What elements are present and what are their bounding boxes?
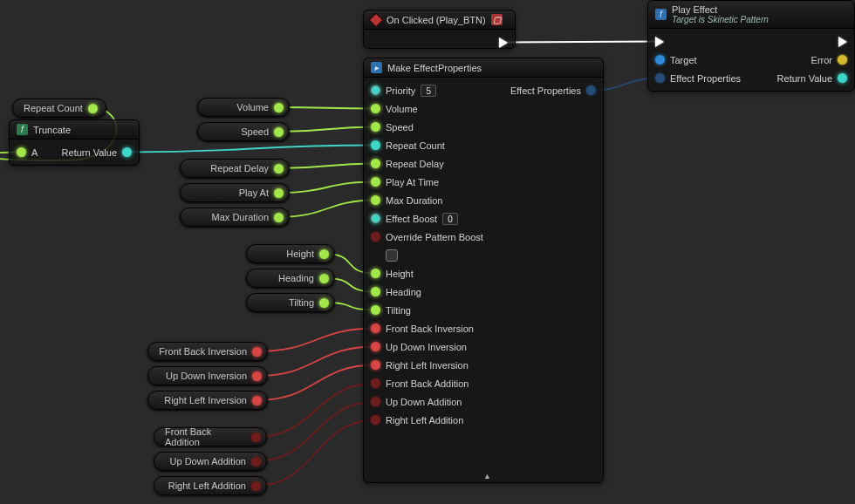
input-pin[interactable]: [371, 104, 380, 113]
output-pin[interactable]: [252, 396, 262, 405]
output-pin[interactable]: [586, 85, 596, 95]
collapse-icon[interactable]: ▲: [483, 472, 491, 480]
param-rlInv[interactable]: Right Left Inversion: [147, 391, 268, 410]
input-pin[interactable]: [17, 147, 26, 157]
input-pin[interactable]: [371, 305, 380, 315]
param-label: Front Back Addition: [165, 426, 246, 447]
output-pin[interactable]: [251, 481, 261, 491]
node-header[interactable]: fPlay EffectTarget is Skinetic Pattern: [648, 1, 854, 29]
input-pin[interactable]: [371, 85, 380, 95]
param-fbInv[interactable]: Front Back Inversion: [147, 342, 268, 361]
wire: [256, 402, 376, 462]
output-pin[interactable]: [252, 371, 262, 381]
output-pin[interactable]: [252, 347, 262, 357]
node-header[interactable]: On Clicked (Play_BTN)▢: [364, 10, 515, 30]
input-pin[interactable]: [371, 159, 380, 168]
input-pin[interactable]: [371, 360, 380, 370]
pin-label: Up Down Inversion: [386, 342, 467, 352]
input-pin[interactable]: [371, 378, 380, 388]
pin-label: Priority: [386, 85, 415, 96]
input-pin[interactable]: [371, 324, 380, 333]
param-tilting[interactable]: Tilting: [246, 293, 335, 312]
struct-icon: ▸: [371, 62, 382, 73]
play-effect-node[interactable]: fPlay EffectTarget is Skinetic PatternTa…: [647, 0, 855, 92]
output-pin[interactable]: [122, 147, 132, 157]
output-pin[interactable]: [251, 457, 261, 467]
on-clicked-node[interactable]: On Clicked (Play_BTN)▢: [363, 10, 516, 49]
exec-out-pin[interactable]: [838, 37, 847, 47]
param-udInv[interactable]: Up Down Inversion: [147, 366, 268, 385]
param-label: Repeat Delay: [210, 163, 269, 174]
param-fbAdd[interactable]: Front Back Addition: [154, 427, 267, 446]
override-checkbox[interactable]: [386, 249, 398, 262]
node-title: Truncate: [33, 125, 71, 135]
output-pin[interactable]: [274, 127, 284, 137]
struct-input-row: Front Back Addition: [364, 374, 490, 392]
output-pin[interactable]: [274, 188, 284, 198]
pin-label: Front Back Addition: [386, 378, 469, 389]
param-label: Speed: [241, 126, 269, 137]
output-pin[interactable]: [251, 432, 261, 442]
input-pin[interactable]: [371, 397, 380, 406]
output-pin[interactable]: [838, 55, 847, 65]
output-pin[interactable]: [274, 103, 284, 112]
input-pin[interactable]: [371, 122, 380, 132]
pin-label: Up Down Addition: [386, 397, 462, 407]
truncate-node[interactable]: fTruncateAReturn Value: [9, 119, 140, 166]
variable-label: Repeat Count: [24, 103, 83, 113]
inline-value[interactable]: 0: [442, 213, 458, 225]
param-label: Play At: [239, 187, 269, 198]
node-title: Make EffectProperties: [387, 63, 482, 73]
exec-out-pin[interactable]: [499, 37, 508, 48]
output-pin[interactable]: [838, 73, 847, 83]
pin-label: Height: [386, 269, 414, 279]
node-header[interactable]: ▸Make EffectProperties: [364, 58, 603, 78]
make-effectproperties-node[interactable]: ▸Make EffectPropertiesPriority5VolumeSpe…: [363, 58, 604, 483]
repeat-count-variable[interactable]: Repeat Count: [12, 99, 106, 118]
wire: [279, 182, 376, 194]
output-pin[interactable]: [274, 213, 284, 222]
inline-value[interactable]: 5: [421, 85, 436, 97]
param-playAt[interactable]: Play At: [180, 183, 290, 202]
param-maxDuration[interactable]: Max Duration: [180, 208, 290, 227]
pin-label: Speed: [386, 122, 414, 133]
pin-label: Right Left Inversion: [386, 360, 469, 371]
pin-label: Tilting: [386, 305, 411, 316]
pin-label: Heading: [386, 287, 421, 297]
input-pin[interactable]: [371, 140, 380, 150]
exec-in-pin[interactable]: [655, 37, 664, 47]
output-pin[interactable]: [319, 298, 329, 308]
param-volume[interactable]: Volume: [197, 98, 290, 117]
output-pin[interactable]: [88, 104, 98, 113]
pin-label: Max Duration: [386, 195, 442, 206]
param-repeatDelay[interactable]: Repeat Delay: [180, 159, 290, 178]
input-pin[interactable]: [655, 55, 665, 65]
node-header[interactable]: fTruncate: [10, 120, 139, 140]
pin-label: Return Value: [62, 147, 117, 158]
input-pin[interactable]: [371, 287, 380, 296]
input-pin[interactable]: [371, 195, 380, 205]
input-pin[interactable]: [371, 232, 380, 242]
pin-label: Repeat Count: [386, 140, 445, 151]
param-udAdd[interactable]: Up Down Addition: [154, 452, 267, 471]
input-pin[interactable]: [371, 177, 380, 187]
param-speed[interactable]: Speed: [197, 122, 290, 141]
input-pin[interactable]: [371, 415, 380, 425]
input-pin[interactable]: [371, 269, 380, 278]
pin-label: Repeat Delay: [386, 159, 444, 169]
struct-input-row: Override Pattern Boost: [364, 228, 490, 246]
output-pin[interactable]: [274, 164, 284, 174]
struct-input-row: Heading: [364, 283, 490, 301]
output-pin[interactable]: [319, 249, 329, 259]
input-pin[interactable]: [371, 342, 380, 351]
param-heading[interactable]: Heading: [246, 269, 335, 288]
pin-label: Return Value: [777, 73, 832, 84]
input-pin[interactable]: [371, 214, 380, 223]
param-rlAdd[interactable]: Right Left Addition: [154, 476, 267, 495]
struct-input-row: Up Down Inversion: [364, 337, 490, 356]
output-pin[interactable]: [319, 274, 329, 283]
pin-label: Effect Boost: [386, 214, 437, 224]
param-height[interactable]: Height: [246, 244, 335, 263]
input-pin[interactable]: [655, 73, 665, 83]
param-label: Right Left Inversion: [164, 395, 247, 405]
